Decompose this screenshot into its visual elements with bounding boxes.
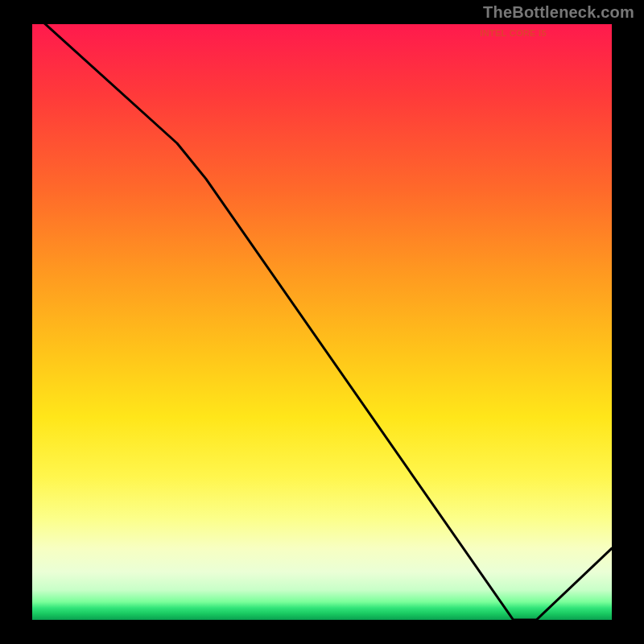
bottleneck-curve-path [32,24,612,620]
chart-container: TheBottleneck.com INTEL CORE I5 [0,0,644,644]
attribution-text: TheBottleneck.com [483,3,634,22]
series-marker-label: INTEL CORE I5 [480,28,547,38]
plot-area: INTEL CORE I5 [32,24,612,620]
line-chart-svg [32,24,612,620]
